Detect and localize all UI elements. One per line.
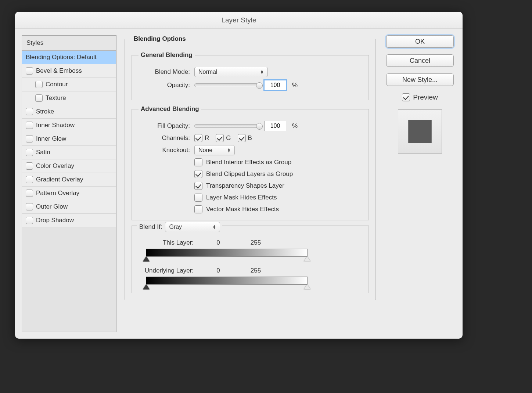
advanced-blending-group: Advanced Blending Fill Opacity: % Channe… (132, 105, 369, 220)
knockout-select[interactable]: None ▲▼ (194, 145, 235, 155)
style-checkbox[interactable] (26, 149, 33, 156)
styles-header: Styles (22, 36, 116, 51)
layer-style-dialog: Layer Style Styles Blending Options: Def… (15, 12, 463, 339)
underlying-layer-label: Underlying Layer: (139, 267, 194, 274)
slider-thumb-icon[interactable] (256, 82, 263, 89)
style-checkbox[interactable] (26, 122, 33, 129)
cancel-button[interactable]: Cancel (386, 54, 454, 67)
advanced-option-checkbox[interactable] (194, 170, 202, 178)
blend-if-label: Blend If: (139, 223, 162, 231)
sidebar-item-label: Contour (46, 81, 68, 88)
sidebar-item[interactable]: Gradient Overlay (22, 173, 116, 187)
right-button-panel: OK Cancel New Style... Preview (384, 35, 456, 332)
advanced-option-label: Layer Mask Hides Effects (206, 194, 277, 201)
triangle-white-icon[interactable] (304, 284, 310, 289)
style-checkbox[interactable] (26, 108, 33, 115)
styles-list: Blending Options: DefaultBevel & EmbossC… (22, 51, 116, 332)
style-checkbox[interactable] (26, 135, 33, 143)
blend-mode-value: Normal (198, 69, 218, 75)
sidebar-item-label: Drop Shadow (36, 217, 74, 224)
preview-swatch (408, 120, 432, 143)
sidebar-item-label: Inner Glow (36, 135, 66, 143)
opacity-input[interactable] (264, 80, 286, 90)
preview-label: Preview (413, 93, 438, 101)
fill-opacity-input[interactable] (264, 121, 286, 131)
triangle-black-icon[interactable] (143, 284, 150, 289)
blend-if-value: Gray (169, 224, 182, 230)
channel-g-label: G (226, 134, 231, 142)
sidebar-item-label: Inner Shadow (36, 122, 75, 129)
style-checkbox[interactable] (35, 94, 43, 102)
channel-g-checkbox[interactable] (216, 134, 224, 142)
advanced-option-label: Blend Interior Effects as Group (206, 159, 291, 166)
advanced-option-label: Blend Clipped Layers as Group (206, 170, 293, 178)
sidebar-item-label: Outer Glow (36, 203, 68, 210)
sidebar-item-label: Satin (36, 149, 50, 156)
general-blending-title: General Blending (139, 51, 195, 59)
channel-r-checkbox[interactable] (194, 134, 202, 142)
sidebar-item[interactable]: Pattern Overlay (22, 187, 116, 200)
advanced-option: Blend Interior Effects as Group (194, 158, 362, 166)
advanced-blending-title: Advanced Blending (139, 105, 201, 113)
slider-thumb-icon[interactable] (256, 123, 263, 130)
sidebar-item[interactable]: Inner Shadow (22, 119, 116, 132)
style-checkbox[interactable] (26, 67, 33, 75)
advanced-option-label: Transparency Shapes Layer (206, 182, 284, 190)
advanced-option: Transparency Shapes Layer (194, 182, 362, 190)
style-checkbox[interactable] (26, 217, 33, 224)
triangle-white-icon[interactable] (304, 256, 310, 262)
advanced-option: Blend Clipped Layers as Group (194, 170, 362, 178)
fill-opacity-label: Fill Opacity: (139, 122, 190, 130)
blend-if-select[interactable]: Gray ▲▼ (165, 222, 220, 232)
channels-label: Channels: (139, 134, 190, 142)
sidebar-item[interactable]: Drop Shadow (22, 214, 116, 227)
knockout-label: Knockout: (139, 147, 190, 154)
dialog-content: Styles Blending Options: DefaultBevel & … (15, 29, 463, 339)
sidebar-item[interactable]: Satin (22, 146, 116, 159)
blending-options-title: Blending Options (132, 35, 188, 43)
triangle-black-icon[interactable] (143, 256, 150, 262)
fill-opacity-unit: % (292, 122, 298, 130)
opacity-slider[interactable] (194, 83, 260, 87)
opacity-unit: % (292, 82, 298, 89)
advanced-option-checkbox[interactable] (194, 205, 202, 213)
preview-checkbox[interactable] (402, 93, 410, 101)
blending-options-panel: Blending Options General Blending Blend … (125, 35, 376, 332)
sidebar-item[interactable]: Blending Options: Default (22, 51, 116, 64)
blend-mode-select[interactable]: Normal ▲▼ (194, 67, 268, 77)
sidebar-item[interactable]: Contour (22, 78, 116, 91)
sidebar-item[interactable]: Stroke (22, 105, 116, 119)
sidebar-item[interactable]: Inner Glow (22, 132, 116, 146)
sidebar-item[interactable]: Outer Glow (22, 200, 116, 214)
style-checkbox[interactable] (26, 176, 33, 183)
style-checkbox[interactable] (26, 162, 33, 170)
blend-mode-label: Blend Mode: (139, 68, 190, 76)
advanced-option-checkbox[interactable] (194, 182, 202, 190)
this-layer-gradient[interactable] (146, 249, 308, 257)
chevron-updown-icon: ▲▼ (260, 70, 264, 74)
styles-panel: Styles Blending Options: DefaultBevel & … (22, 35, 116, 332)
channel-b-checkbox[interactable] (238, 134, 246, 142)
sidebar-item-label: Blending Options: Default (26, 54, 97, 61)
this-layer-label: This Layer: (139, 239, 194, 246)
sidebar-item-label: Bevel & Emboss (36, 67, 82, 75)
new-style-button[interactable]: New Style... (386, 73, 454, 86)
channel-b-label: B (248, 134, 252, 142)
sidebar-item[interactable]: Color Overlay (22, 159, 116, 173)
ok-button[interactable]: OK (386, 35, 454, 48)
channel-r-label: R (205, 134, 209, 142)
advanced-options-list: Blend Interior Effects as GroupBlend Cli… (194, 158, 362, 213)
preview-box (398, 109, 442, 154)
sidebar-item-label: Color Overlay (36, 162, 74, 170)
advanced-option-checkbox[interactable] (194, 194, 202, 202)
opacity-label: Opacity: (139, 82, 190, 89)
style-checkbox[interactable] (35, 81, 43, 88)
sidebar-item[interactable]: Texture (22, 91, 116, 105)
advanced-option-checkbox[interactable] (194, 158, 202, 166)
underlying-layer-gradient[interactable] (146, 277, 308, 285)
style-checkbox[interactable] (26, 190, 33, 197)
sidebar-item-label: Pattern Overlay (36, 190, 79, 197)
fill-opacity-slider[interactable] (194, 124, 260, 128)
sidebar-item[interactable]: Bevel & Emboss (22, 64, 116, 78)
style-checkbox[interactable] (26, 203, 33, 210)
